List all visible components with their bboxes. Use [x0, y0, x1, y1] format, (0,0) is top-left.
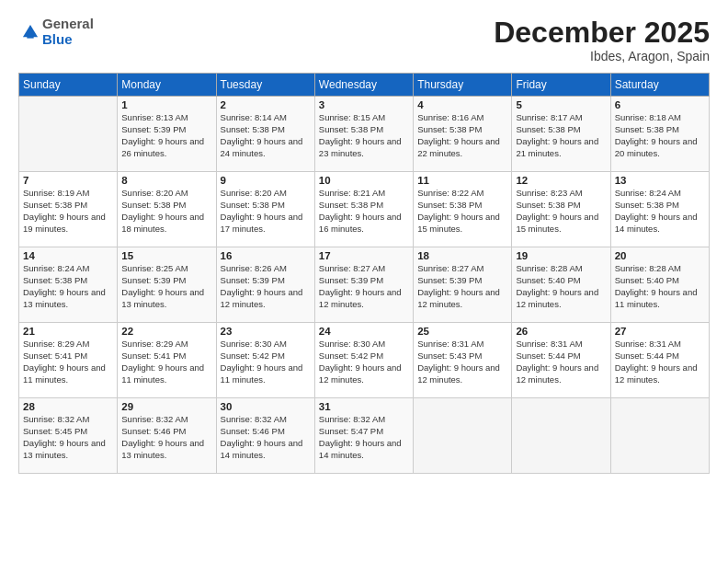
- logo-blue-text: Blue: [42, 31, 73, 47]
- day-number: 29: [121, 401, 211, 412]
- calendar-cell: 22Sunrise: 8:29 AMSunset: 5:41 PMDayligh…: [118, 323, 216, 398]
- calendar-cell: 15Sunrise: 8:25 AMSunset: 5:39 PMDayligh…: [118, 247, 216, 323]
- day-info: Sunrise: 8:29 AMSunset: 5:41 PMDaylight:…: [121, 339, 211, 385]
- day-number: 5: [516, 99, 606, 110]
- day-info: Sunrise: 8:14 AMSunset: 5:38 PMDaylight:…: [221, 112, 311, 159]
- day-info: Sunrise: 8:24 AMSunset: 5:38 PMDaylight:…: [615, 188, 705, 235]
- day-number: 16: [221, 250, 311, 261]
- day-number: 15: [121, 250, 211, 261]
- day-number: 3: [319, 99, 409, 110]
- calendar-week-4: 21Sunrise: 8:29 AMSunset: 5:41 PMDayligh…: [19, 323, 710, 398]
- day-number: 10: [319, 175, 409, 186]
- day-info: Sunrise: 8:24 AMSunset: 5:38 PMDaylight:…: [23, 263, 113, 310]
- day-number: 26: [516, 326, 606, 337]
- day-info: Sunrise: 8:30 AMSunset: 5:42 PMDaylight:…: [319, 339, 409, 385]
- location: Ibdes, Aragon, Spain: [494, 49, 710, 63]
- day-number: 9: [221, 175, 311, 186]
- calendar-cell: 14Sunrise: 8:24 AMSunset: 5:38 PMDayligh…: [19, 247, 118, 323]
- day-number: 18: [417, 250, 507, 261]
- day-info: Sunrise: 8:31 AMSunset: 5:44 PMDaylight:…: [615, 339, 705, 385]
- calendar-table: SundayMondayTuesdayWednesdayThursdayFrid…: [18, 73, 710, 474]
- weekday-header-saturday: Saturday: [610, 74, 709, 97]
- day-info: Sunrise: 8:19 AMSunset: 5:38 PMDaylight:…: [23, 188, 113, 235]
- day-info: Sunrise: 8:17 AMSunset: 5:38 PMDaylight:…: [516, 112, 606, 159]
- weekday-header-row: SundayMondayTuesdayWednesdayThursdayFrid…: [19, 74, 710, 97]
- calendar-week-3: 14Sunrise: 8:24 AMSunset: 5:38 PMDayligh…: [19, 247, 710, 323]
- day-number: 31: [319, 401, 409, 412]
- calendar-cell: 27Sunrise: 8:31 AMSunset: 5:44 PMDayligh…: [610, 323, 709, 398]
- calendar-cell: 9Sunrise: 8:20 AMSunset: 5:38 PMDaylight…: [216, 172, 314, 247]
- day-number: 2: [221, 99, 311, 110]
- title-area: December 2025 Ibdes, Aragon, Spain: [494, 17, 710, 63]
- logo: General Blue: [18, 17, 94, 47]
- day-info: Sunrise: 8:28 AMSunset: 5:40 PMDaylight:…: [516, 263, 606, 310]
- day-number: 7: [23, 175, 113, 186]
- calendar-cell: [512, 398, 610, 474]
- day-number: 21: [23, 326, 113, 337]
- logo-general-text: General: [42, 16, 94, 31]
- day-info: Sunrise: 8:20 AMSunset: 5:38 PMDaylight:…: [221, 188, 311, 235]
- calendar-cell: 4Sunrise: 8:16 AMSunset: 5:38 PMDaylight…: [414, 97, 512, 172]
- calendar-cell: 26Sunrise: 8:31 AMSunset: 5:44 PMDayligh…: [512, 323, 610, 398]
- calendar-cell: 6Sunrise: 8:18 AMSunset: 5:38 PMDaylight…: [610, 97, 709, 172]
- calendar-cell: 2Sunrise: 8:14 AMSunset: 5:38 PMDaylight…: [216, 97, 314, 172]
- day-info: Sunrise: 8:28 AMSunset: 5:40 PMDaylight:…: [615, 263, 705, 310]
- day-info: Sunrise: 8:32 AMSunset: 5:46 PMDaylight:…: [121, 414, 211, 461]
- weekday-header-tuesday: Tuesday: [216, 74, 314, 97]
- day-number: 19: [516, 250, 606, 261]
- day-number: 30: [221, 401, 311, 412]
- calendar-week-1: 1Sunrise: 8:13 AMSunset: 5:39 PMDaylight…: [19, 97, 710, 172]
- calendar-cell: 29Sunrise: 8:32 AMSunset: 5:46 PMDayligh…: [118, 398, 216, 474]
- day-info: Sunrise: 8:31 AMSunset: 5:43 PMDaylight:…: [417, 339, 507, 385]
- calendar-cell: 11Sunrise: 8:22 AMSunset: 5:38 PMDayligh…: [414, 172, 512, 247]
- day-number: 12: [516, 175, 606, 186]
- logo-icon: [20, 22, 40, 42]
- day-info: Sunrise: 8:15 AMSunset: 5:38 PMDaylight:…: [319, 112, 409, 159]
- header: General Blue December 2025 Ibdes, Aragon…: [18, 17, 710, 63]
- day-info: Sunrise: 8:30 AMSunset: 5:42 PMDaylight:…: [221, 339, 311, 385]
- day-info: Sunrise: 8:23 AMSunset: 5:38 PMDaylight:…: [516, 188, 606, 235]
- day-number: 22: [121, 326, 211, 337]
- calendar-cell: [414, 398, 512, 474]
- day-number: 14: [23, 250, 113, 261]
- day-info: Sunrise: 8:27 AMSunset: 5:39 PMDaylight:…: [417, 263, 507, 310]
- day-info: Sunrise: 8:32 AMSunset: 5:46 PMDaylight:…: [221, 414, 311, 461]
- calendar-cell: 21Sunrise: 8:29 AMSunset: 5:41 PMDayligh…: [19, 323, 118, 398]
- calendar-cell: [19, 97, 118, 172]
- calendar-cell: 1Sunrise: 8:13 AMSunset: 5:39 PMDaylight…: [118, 97, 216, 172]
- day-number: 11: [417, 175, 507, 186]
- calendar-cell: 8Sunrise: 8:20 AMSunset: 5:38 PMDaylight…: [118, 172, 216, 247]
- day-info: Sunrise: 8:31 AMSunset: 5:44 PMDaylight:…: [516, 339, 606, 385]
- day-number: 1: [121, 99, 211, 110]
- day-number: 27: [615, 326, 705, 337]
- calendar-cell: 7Sunrise: 8:19 AMSunset: 5:38 PMDaylight…: [19, 172, 118, 247]
- day-number: 17: [319, 250, 409, 261]
- calendar-cell: 23Sunrise: 8:30 AMSunset: 5:42 PMDayligh…: [216, 323, 314, 398]
- day-info: Sunrise: 8:29 AMSunset: 5:41 PMDaylight:…: [23, 339, 113, 385]
- calendar-cell: 19Sunrise: 8:28 AMSunset: 5:40 PMDayligh…: [512, 247, 610, 323]
- calendar-cell: 31Sunrise: 8:32 AMSunset: 5:47 PMDayligh…: [314, 398, 413, 474]
- calendar-cell: 28Sunrise: 8:32 AMSunset: 5:45 PMDayligh…: [19, 398, 118, 474]
- calendar-week-5: 28Sunrise: 8:32 AMSunset: 5:45 PMDayligh…: [19, 398, 710, 474]
- calendar-cell: 16Sunrise: 8:26 AMSunset: 5:39 PMDayligh…: [216, 247, 314, 323]
- day-info: Sunrise: 8:22 AMSunset: 5:38 PMDaylight:…: [417, 188, 507, 235]
- calendar-cell: 18Sunrise: 8:27 AMSunset: 5:39 PMDayligh…: [414, 247, 512, 323]
- day-info: Sunrise: 8:21 AMSunset: 5:38 PMDaylight:…: [319, 188, 409, 235]
- day-number: 4: [417, 99, 507, 110]
- day-number: 6: [615, 99, 705, 110]
- day-info: Sunrise: 8:27 AMSunset: 5:39 PMDaylight:…: [319, 263, 409, 310]
- calendar-cell: 20Sunrise: 8:28 AMSunset: 5:40 PMDayligh…: [610, 247, 709, 323]
- calendar-cell: 24Sunrise: 8:30 AMSunset: 5:42 PMDayligh…: [314, 323, 413, 398]
- weekday-header-sunday: Sunday: [19, 74, 118, 97]
- day-number: 13: [615, 175, 705, 186]
- day-info: Sunrise: 8:18 AMSunset: 5:38 PMDaylight:…: [615, 112, 705, 159]
- calendar-cell: 25Sunrise: 8:31 AMSunset: 5:43 PMDayligh…: [414, 323, 512, 398]
- svg-rect-1: [27, 34, 33, 38]
- calendar-cell: [610, 398, 709, 474]
- calendar-week-2: 7Sunrise: 8:19 AMSunset: 5:38 PMDaylight…: [19, 172, 710, 247]
- day-number: 23: [221, 326, 311, 337]
- calendar-cell: 17Sunrise: 8:27 AMSunset: 5:39 PMDayligh…: [314, 247, 413, 323]
- month-title: December 2025: [494, 17, 710, 49]
- day-info: Sunrise: 8:25 AMSunset: 5:39 PMDaylight:…: [121, 263, 211, 310]
- day-number: 8: [121, 175, 211, 186]
